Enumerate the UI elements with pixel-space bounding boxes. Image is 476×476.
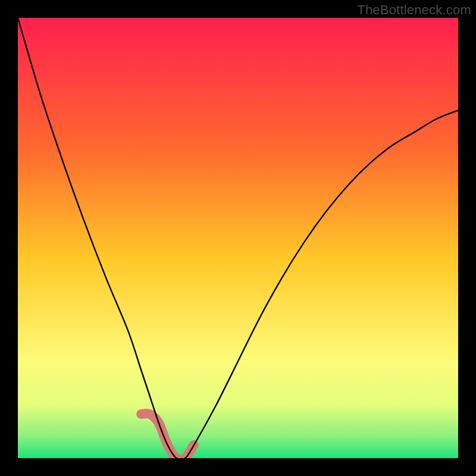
low-bottleneck-highlight xyxy=(141,414,194,458)
watermark-text: TheBottleneck.com xyxy=(357,2,471,18)
chart-frame xyxy=(18,18,458,458)
bottleneck-curve xyxy=(18,18,458,458)
chart-curve-layer xyxy=(18,18,458,458)
